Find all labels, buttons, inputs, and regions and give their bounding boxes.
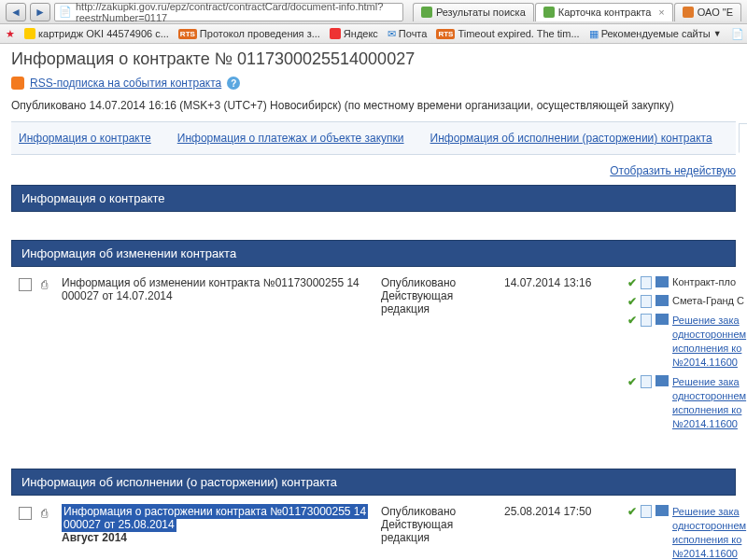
bookmark-label: Рекомендуемые сайты [601,28,711,39]
tab-label: Результаты поиска [436,7,526,18]
tab-strip: Результаты поиска Карточка контракта× ОА… [413,3,741,21]
file-link[interactable]: №2014.11600 [672,418,738,429]
favorites-icon[interactable]: ★ [6,27,15,40]
tab-oao[interactable]: ОАО "Е [674,3,741,21]
rss-icon [11,77,24,90]
contract-tabs: Информация о контракте Информация о плат… [11,121,736,155]
check-icon: ✔ [627,314,637,327]
change-date: 14.07.2014 13:16 [504,276,591,289]
tab-label: ОАО "Е [698,7,733,18]
rts-icon: RTS [436,29,455,39]
file-name: Смета-Гранд С [672,295,744,306]
status-published: Опубликовано [381,276,493,289]
url-text: http://zakupki.gov.ru/epz/contract/contr… [76,1,399,23]
bookmark-item[interactable]: RTSTimeout expired. The tim... [436,28,579,39]
chevron-down-icon: ▼ [713,29,722,38]
tab-favicon [683,7,694,18]
show-invalid-link[interactable]: Отобразить недействую [11,164,736,177]
file-link[interactable]: Решение зака [672,506,740,517]
status-current: Действующая редакция [381,289,493,315]
page-icon: 📄 [731,28,744,40]
page-icon: 📄 [59,6,72,19]
bookmark-label: Timeout expired. The tim... [458,28,579,39]
bookmark-label: Почта [399,28,428,39]
page-icon[interactable] [641,295,652,308]
download-icon[interactable] [655,276,669,287]
section-exec-header: Информация об исполнении (о расторжении)… [11,469,736,496]
check-icon: ✔ [627,295,637,308]
help-icon[interactable]: ? [227,77,240,90]
download-icon[interactable] [655,505,669,516]
rss-link[interactable]: RSS-подписка на события контракта [30,77,221,90]
bookmark-item[interactable]: RTSПротокол проведения з... [178,28,320,39]
rts-icon: RTS [178,29,197,39]
bookmark-label: Протокол проведения з... [200,28,320,39]
tab-execution[interactable]: Информация об исполнении (расторжении) к… [430,132,712,145]
file-link[interactable]: №2014.11600 [672,548,738,559]
page-icon[interactable] [641,276,652,289]
tab-results[interactable]: Результаты поиска [413,3,534,21]
page-title: Информация о контракте № 011730002551400… [11,49,736,69]
file-link[interactable]: одностороннем [672,329,746,340]
tab-favicon [543,7,555,18]
page-icon[interactable] [641,505,652,518]
tab-contract-info[interactable]: Информация о контракте [19,132,151,145]
print-icon[interactable]: ⎙ [37,507,50,520]
file-item: ✔ Решение зака одностороннем исполнения … [627,375,746,431]
rss-row: RSS-подписка на события контракта ? [11,77,736,90]
file-link[interactable]: исполнения ко [672,404,741,415]
close-icon[interactable]: × [658,7,664,18]
page-icon[interactable] [641,375,652,388]
browser-toolbar: ◄ ► 📄 http://zakupki.gov.ru/epz/contract… [0,0,747,24]
document-icon[interactable] [19,278,32,291]
file-link[interactable]: одностороннем [672,520,746,531]
bookmark-item[interactable]: ▦Рекомендуемые сайты▼ [589,28,722,40]
published-info: Опубликовано 14.07.2014 16:16 (MSK+3 (UT… [11,99,736,112]
bookmark-item[interactable]: ✉Почта [388,28,428,40]
tab-contract-card[interactable]: Карточка контракта× [535,3,673,21]
bookmark-item[interactable]: картридж OKI 44574906 с... [24,28,169,39]
tab-documents[interactable]: Документ [739,123,747,153]
page-content: Информация о контракте № 011730002551400… [0,44,747,560]
download-icon[interactable] [655,295,669,306]
check-icon: ✔ [627,276,637,289]
tab-favicon [421,7,432,18]
bookmark-favicon [24,28,35,39]
download-icon[interactable] [655,375,669,386]
file-link[interactable]: исполнения ко [672,534,741,545]
bookmark-item[interactable]: 📄14 самых богатых зв... [731,28,747,40]
recommended-icon: ▦ [589,28,599,40]
print-icon[interactable]: ⎙ [37,278,50,291]
check-icon: ✔ [627,375,637,388]
bookmark-label: картридж OKI 44574906 с... [38,28,169,39]
yandex-icon [330,28,341,39]
section-change-header: Информация об изменении контракта [11,240,736,267]
file-item: ✔ Решение зака одностороннем исполнения … [627,314,746,370]
change-title: Информация об изменении контракта №01173… [62,276,359,302]
file-link[interactable]: исполнения ко [672,343,741,354]
mail-icon: ✉ [388,28,396,40]
bookmark-item[interactable]: Яндекс [330,28,378,39]
file-link[interactable]: одностороннем [672,390,746,401]
check-icon: ✔ [627,505,637,518]
url-bar[interactable]: 📄 http://zakupki.gov.ru/epz/contract/con… [54,3,403,21]
file-link[interactable]: №2014.11600 [672,357,738,368]
nav-forward-button[interactable]: ► [30,3,50,21]
file-link[interactable]: Решение зака [672,315,740,326]
download-icon[interactable] [655,314,669,325]
document-icon[interactable] [19,507,32,520]
page-icon[interactable] [641,314,652,327]
file-item: ✔ Смета-Гранд С [627,295,746,308]
bookmark-label: Яндекс [344,28,378,39]
nav-back-button[interactable]: ◄ [6,3,26,21]
bookmarks-bar: ★ картридж OKI 44574906 с... RTSПротокол… [0,24,747,44]
file-link[interactable]: Решение зака [672,376,740,387]
exec-row: ⎙ Информация о расторжении контракта №01… [11,496,736,560]
exec-title-hl[interactable]: 000027 от 25.08.2014 [62,517,176,532]
section-contract-info-header: Информация о контракте [11,185,736,212]
tab-label: Карточка контракта [558,7,652,18]
tab-payments[interactable]: Информация о платежах и объекте закупки [177,132,404,145]
status-current: Действующая редакция [381,518,493,544]
exec-month: Август 2014 [62,531,127,544]
file-name: Контракт-пло [672,276,736,287]
